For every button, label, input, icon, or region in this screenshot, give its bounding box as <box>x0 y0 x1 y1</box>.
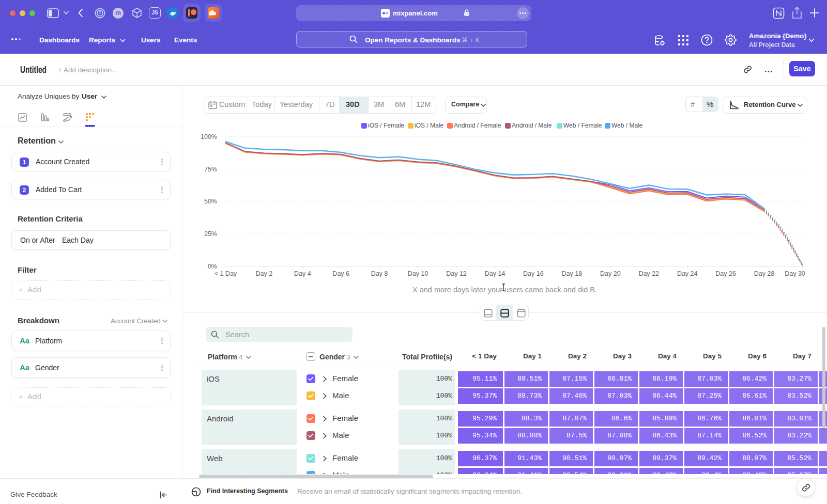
svg-text:50%: 50% <box>204 198 217 205</box>
svg-text:Day 8: Day 8 <box>371 270 388 277</box>
svg-text:Day 16: Day 16 <box>523 270 544 277</box>
svg-text:Day 14: Day 14 <box>485 270 506 277</box>
svg-text:< 1 Day: < 1 Day <box>215 270 237 277</box>
svg-text:100%: 100% <box>201 133 217 140</box>
svg-text:Day 4: Day 4 <box>294 270 311 277</box>
svg-text:Day 12: Day 12 <box>446 270 467 277</box>
svg-text:Day 28: Day 28 <box>754 270 775 277</box>
svg-text:Day 10: Day 10 <box>408 270 428 277</box>
svg-text:0%: 0% <box>208 263 217 270</box>
svg-text:Day 22: Day 22 <box>638 270 659 277</box>
svg-text:25%: 25% <box>204 230 217 238</box>
svg-text:Day 26: Day 26 <box>715 270 736 277</box>
svg-text:Day 6: Day 6 <box>332 270 349 277</box>
svg-text:Day 24: Day 24 <box>677 270 698 277</box>
svg-text:Day 30: Day 30 <box>785 270 805 277</box>
svg-text:Day 18: Day 18 <box>562 270 583 277</box>
svg-text:Day 20: Day 20 <box>600 270 621 277</box>
svg-text:75%: 75% <box>204 166 217 173</box>
svg-text:Day 2: Day 2 <box>255 270 272 277</box>
